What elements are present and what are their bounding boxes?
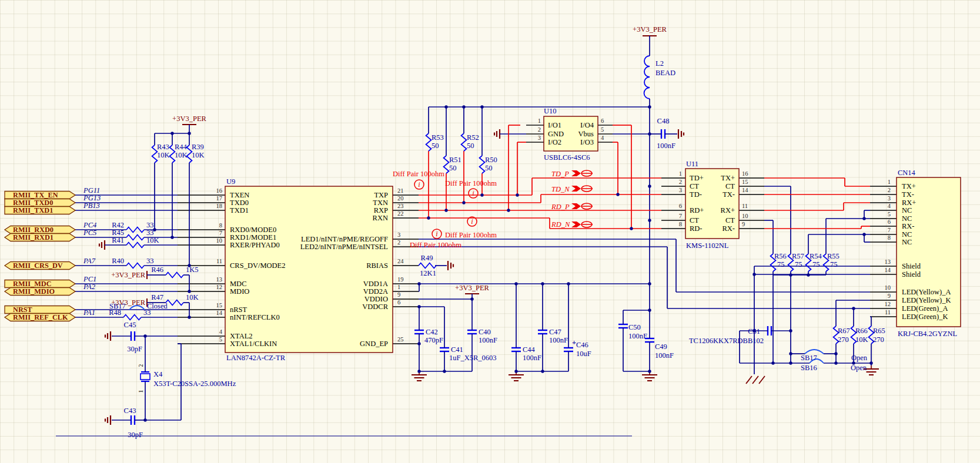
- junction-dot: [480, 193, 483, 196]
- resistor-glyph[interactable]: [461, 133, 467, 151]
- pin-name: NC: [902, 214, 912, 223]
- pin-name: CT: [725, 216, 735, 224]
- value-text: 30pF: [127, 345, 142, 353]
- pin-number: 18: [216, 203, 223, 209]
- value-text: 75: [795, 260, 802, 269]
- value-text: 30pF: [128, 431, 143, 439]
- pin-number: 24: [397, 258, 404, 264]
- pin-name: RBIAS: [366, 261, 388, 270]
- value-text: 1uF_X5R_0603: [449, 354, 497, 362]
- junction-dot: [630, 227, 633, 230]
- resistor-glyph[interactable]: [480, 156, 485, 173]
- value-text: 10K: [192, 151, 205, 159]
- junction-dot: [170, 132, 173, 135]
- port-label: RMII_MDC: [13, 280, 52, 288]
- designator-text: R44: [175, 143, 188, 151]
- chassis-ground-icon: [759, 376, 765, 384]
- pin-number: 9: [888, 293, 891, 299]
- value-text: Closed: [147, 302, 168, 310]
- pin-name: RD-: [690, 224, 703, 233]
- part-text: KRJ-CB4.2GYZNL: [898, 330, 957, 338]
- pin-name: XTAL1/CLKIN: [230, 340, 277, 348]
- designator-text: R39: [192, 143, 204, 151]
- resistor-glyph[interactable]: [126, 227, 144, 233]
- diff-net-label: TD_P: [551, 170, 569, 178]
- value-text: 100nF: [657, 142, 675, 150]
- pin-number: 20: [397, 195, 404, 202]
- port-label: RMII_CRS_DV: [13, 261, 63, 270]
- designator-text: C48: [657, 117, 670, 125]
- pin-number: 1: [538, 118, 541, 124]
- resistor-glyph[interactable]: [123, 315, 141, 320]
- net-label: PC4: [83, 221, 96, 229]
- designator-text: R40: [112, 257, 124, 265]
- junction-dot: [789, 273, 792, 276]
- pin-name: GND: [548, 130, 564, 138]
- value-text: 100nF: [549, 336, 568, 344]
- crystal-glyph[interactable]: [141, 374, 150, 380]
- pin-name: RXN: [373, 214, 388, 222]
- pin-name: RXD0/MODE0: [230, 226, 276, 234]
- resistor-glyph[interactable]: [166, 273, 183, 278]
- solder-bridge-sb17-right[interactable]: [805, 350, 824, 354]
- pin-number: 8: [679, 221, 682, 227]
- resistor-glyph[interactable]: [126, 243, 144, 248]
- junction-dot: [648, 282, 651, 285]
- value-text: 12K1: [420, 269, 436, 277]
- pin-number: 1: [138, 390, 144, 392]
- value-text: 75: [777, 260, 785, 269]
- pin-name: LED2/nINT/nPME/nINTSEL: [300, 243, 388, 251]
- port-label: RMII_RXD0: [13, 226, 53, 234]
- designator-text: R51: [449, 156, 461, 164]
- pin-name: Vbus: [578, 130, 594, 138]
- junction-dot: [852, 307, 855, 310]
- pin-number: 9: [742, 221, 745, 227]
- net-label: PG13: [83, 194, 101, 202]
- value-text: 10uF: [576, 350, 591, 358]
- pin-number: 12: [885, 301, 891, 307]
- resistor-glyph[interactable]: [126, 235, 144, 240]
- value-text: 270: [873, 335, 884, 344]
- pin-number: 4: [888, 203, 891, 209]
- diff-pair-directive-icon: i: [471, 217, 473, 226]
- designator-text: SB16: [801, 364, 817, 372]
- resistor-glyph[interactable]: [419, 263, 436, 269]
- junction-dot: [443, 370, 446, 373]
- pin-name: MDC: [230, 280, 246, 288]
- designator-text: R43: [157, 143, 169, 151]
- pin-number: 14: [742, 187, 748, 193]
- resistor-glyph[interactable]: [126, 263, 144, 269]
- junction-dot: [541, 282, 544, 285]
- value-text: 470pF: [424, 336, 443, 344]
- pin-number: 7: [219, 230, 222, 236]
- pin-name: VDD1A: [363, 280, 388, 288]
- pin-name: TXD1: [230, 206, 249, 214]
- value-text: 33: [146, 229, 154, 237]
- pin-name: CRS_DV/MODE2: [230, 261, 285, 270]
- diff-net-label: RD_P: [551, 203, 570, 211]
- pin-name: TX-: [723, 190, 735, 199]
- part-text: USBLC6-4SC6: [544, 153, 590, 162]
- resistor-glyph[interactable]: [426, 133, 432, 151]
- value-text: BEAD: [655, 69, 675, 77]
- port-label: RMII_RXD1: [13, 233, 53, 241]
- junction-dot: [143, 418, 146, 421]
- designator-text: R42: [112, 221, 124, 229]
- value-text: 50: [449, 164, 457, 172]
- pin-number: 7: [679, 213, 682, 219]
- pin-number: 14: [216, 310, 223, 316]
- pin-name: LED(Yellow)_K: [902, 296, 951, 304]
- pin-name: TXD0: [230, 199, 249, 207]
- value-text: 75: [830, 260, 838, 269]
- junction-dot: [514, 370, 517, 373]
- power-net-label: +3V3_PER: [111, 298, 145, 307]
- resistor-glyph[interactable]: [166, 300, 183, 306]
- pin-name: RD+: [690, 206, 704, 214]
- inductor-glyph[interactable]: [644, 56, 650, 99]
- designator-text: R41: [112, 236, 124, 244]
- value-text: 10K: [157, 151, 170, 159]
- value-text: 270: [838, 335, 849, 344]
- junction-dot: [789, 352, 792, 355]
- pin-name: nINT/REFCLK0: [230, 313, 280, 321]
- designator-text: R50: [485, 156, 497, 164]
